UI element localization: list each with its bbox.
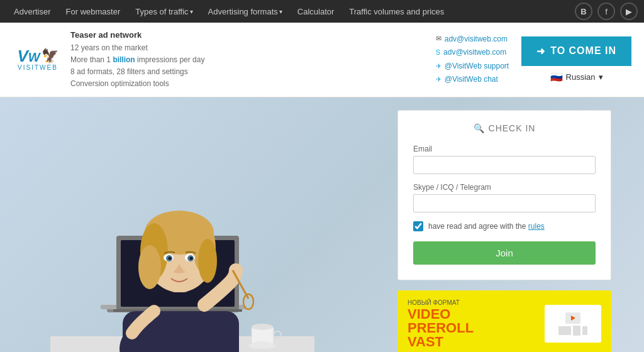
play-icon <box>565 312 580 324</box>
promo-label: НОВЫЙ ФОРМАТ <box>408 299 537 306</box>
promo-text: НОВЫЙ ФОРМАТ VIDEO PREROLL VAST <box>408 299 537 349</box>
contact-skype: S adv@visitweb.com <box>436 46 509 60</box>
chat-link[interactable]: @VisitWeb chat <box>445 73 498 87</box>
teaser-info: Teaser ad network 12 years on the market… <box>70 29 204 91</box>
promo-title-line2: PREROLL <box>408 321 537 335</box>
contact-area: ✉ adv@visitweb.com S adv@visitweb.com ✈ … <box>436 33 509 87</box>
svg-point-20 <box>169 256 172 260</box>
skype-input[interactable] <box>413 194 596 212</box>
teaser-line1: 12 years on the market <box>70 42 204 54</box>
svg-point-25 <box>252 324 273 330</box>
b-social-icon[interactable]: B <box>575 3 592 20</box>
checkin-card: 🔍 CHECK IN Email Skype / ICQ / Telegram … <box>397 110 611 280</box>
site-header: VW 🦅 VISITWEB Teaser ad network 12 years… <box>0 23 644 97</box>
teaser-line3: 8 ad formats, 28 filters and settings <box>70 66 204 78</box>
skype-link[interactable]: adv@visitweb.com <box>443 46 506 60</box>
email-icon: ✉ <box>436 33 441 45</box>
flag-icon: 🇷🇺 <box>550 71 563 83</box>
promo-image <box>545 305 601 343</box>
logo-sitename: VISITWEB <box>18 64 58 71</box>
language-selector[interactable]: 🇷🇺 Russian ▾ <box>550 71 603 83</box>
support-link[interactable]: @VisitWeb support <box>445 60 509 74</box>
tablet-icon <box>573 326 580 336</box>
contact-chat: ✈ @VisitWeb chat <box>436 73 509 87</box>
youtube-icon[interactable]: ▶ <box>620 3 638 20</box>
nav-advertiser[interactable]: Advertiser <box>6 0 58 23</box>
agree-label: have read and agree with the rules <box>428 222 545 231</box>
chevron-down-icon: ▾ <box>279 8 282 15</box>
promo-title-line3: VAST <box>408 335 537 349</box>
teaser-line4: Conversion optimization tools <box>70 78 204 90</box>
svg-point-15 <box>138 245 161 289</box>
join-button[interactable]: Join <box>413 241 596 265</box>
logo-letters: VW <box>17 48 40 64</box>
logo: VW 🦅 VISITWEB <box>13 41 63 79</box>
device-icons <box>558 326 587 336</box>
hero-figure: VW <box>0 97 365 352</box>
chevron-down-icon: ▾ <box>599 72 603 82</box>
skype-icon: S <box>436 47 440 59</box>
svg-point-23 <box>243 294 253 309</box>
monitor-icon <box>558 326 571 335</box>
svg-point-14 <box>198 239 217 283</box>
nav-webmaster[interactable]: For webmaster <box>58 0 128 23</box>
phone-icon <box>582 326 587 335</box>
logo-area: VW 🦅 VISITWEB Teaser ad network 12 years… <box>13 29 204 91</box>
promo-title-line1: VIDEO <box>408 307 537 321</box>
rules-link[interactable]: rules <box>528 222 545 231</box>
woman-illustration: VW <box>50 110 314 352</box>
right-panel: 🔍 CHECK IN Email Skype / ICQ / Telegram … <box>365 97 644 352</box>
email-input[interactable] <box>413 156 596 174</box>
checkin-title: 🔍 CHECK IN <box>413 123 596 133</box>
nav-ad-formats[interactable]: Advertising formats ▾ <box>201 0 290 23</box>
email-link[interactable]: adv@visitweb.com <box>445 33 508 47</box>
nav-traffic-types[interactable]: Types of traffic ▾ <box>128 0 200 23</box>
cta-area: ➜ TO COME IN 🇷🇺 Russian ▾ <box>521 36 631 83</box>
arrow-right-icon: ➜ <box>536 45 545 57</box>
skype-label: Skype / ICQ / Telegram <box>413 183 596 192</box>
navigation: Advertiser For webmaster Types of traffi… <box>0 0 644 23</box>
nav-traffic-volumes[interactable]: Traffic volumes and prices <box>341 0 452 23</box>
nav-calculator[interactable]: Calculator <box>290 0 342 23</box>
main-content: VW <box>0 97 644 352</box>
social-icons: B f ▶ <box>575 3 638 20</box>
promo-banner[interactable]: НОВЫЙ ФОРМАТ VIDEO PREROLL VAST <box>397 290 611 352</box>
svg-point-28 <box>248 343 276 349</box>
svg-point-21 <box>190 256 193 260</box>
chevron-down-icon: ▾ <box>190 8 193 15</box>
to-come-in-button[interactable]: ➜ TO COME IN <box>521 36 631 66</box>
teaser-line2: More than 1 billion impressions per day <box>70 54 204 66</box>
contact-support: ✈ @VisitWeb support <box>436 60 509 74</box>
agree-checkbox[interactable] <box>413 221 423 231</box>
facebook-icon[interactable]: f <box>597 3 615 20</box>
play-button-triangle <box>571 316 575 321</box>
skype-group: Skype / ICQ / Telegram <box>413 183 596 212</box>
email-group: Email <box>413 145 596 174</box>
contact-email: ✉ adv@visitweb.com <box>436 33 509 47</box>
search-icon: 🔍 <box>474 123 485 133</box>
email-label: Email <box>413 145 596 153</box>
logo-bird-icon: 🦅 <box>42 48 58 64</box>
agree-row: have read and agree with the rules <box>413 221 596 231</box>
telegram-chat-icon: ✈ <box>436 74 441 86</box>
telegram-icon: ✈ <box>436 60 441 73</box>
teaser-title: Teaser ad network <box>70 29 204 42</box>
